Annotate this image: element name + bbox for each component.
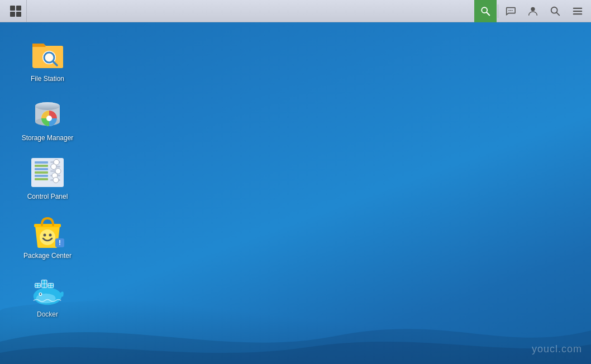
control-panel-image [30,155,65,190]
svg-point-6 [508,9,509,11]
search-green-icon [480,6,490,16]
desktop-wave [0,308,591,364]
svg-rect-25 [35,161,48,164]
svg-point-50 [40,294,41,295]
desktop: File Station [0,22,591,364]
svg-rect-3 [16,12,21,17]
svg-rect-12 [573,7,582,8]
taskbar-left [0,0,27,22]
storage-manager-svg [31,97,64,131]
taskbar [0,0,591,22]
package-center-image: ! [30,214,65,250]
svg-rect-26 [35,165,48,167]
svg-rect-28 [35,171,48,174]
package-center-svg: ! [31,214,64,250]
watermark-text: youcl.com [532,343,582,355]
svg-line-5 [487,12,489,15]
package-center-label: Package Center [23,252,72,261]
package-center-icon[interactable]: ! Package Center [11,210,84,264]
docker-icon[interactable]: Docker [11,269,84,323]
docker-svg [30,274,65,306]
svg-text:!: ! [59,239,61,247]
svg-point-7 [510,9,511,11]
svg-rect-1 [16,6,21,11]
watermark: youcl.com [532,343,582,355]
control-panel-icon[interactable]: Control Panel [11,151,84,205]
svg-point-42 [40,229,55,245]
control-panel-svg [30,156,65,189]
storage-manager-label: Storage Manager [22,134,74,143]
storage-manager-image [30,96,65,132]
storage-manager-icon[interactable]: Storage Manager [11,93,84,146]
svg-rect-0 [10,6,15,11]
svg-rect-27 [35,168,48,170]
taskbar-find-button[interactable] [544,0,566,22]
taskbar-separator [498,4,498,18]
svg-rect-41 [34,224,61,227]
svg-point-37 [51,164,56,170]
desktop-icons: File Station [11,33,84,323]
svg-point-23 [46,116,52,121]
file-station-icon[interactable]: File Station [11,33,84,87]
control-panel-label: Control Panel [27,193,68,202]
docker-label: Docker [37,310,58,319]
file-station-image [30,37,65,73]
taskbar-chat-button[interactable] [499,0,522,22]
docker-image [30,272,65,308]
svg-rect-13 [573,10,582,11]
svg-rect-2 [10,12,15,17]
grid-icon [9,5,22,17]
taskbar-user-button[interactable] [522,0,544,22]
user-icon [527,6,538,17]
svg-point-40 [53,178,59,183]
svg-point-9 [531,7,535,11]
svg-point-21 [35,102,60,110]
apps-grid-button[interactable] [4,0,27,22]
svg-rect-14 [573,13,582,15]
svg-point-44 [49,233,52,236]
file-station-label: File Station [31,75,64,84]
svg-point-8 [512,9,513,11]
taskbar-menu-button[interactable] [566,0,589,22]
svg-rect-30 [35,178,48,180]
svg-rect-29 [35,175,48,177]
svg-line-11 [556,12,559,15]
menu-icon [572,6,583,17]
chat-icon [505,6,516,17]
svg-point-43 [44,233,46,236]
magnify-icon [550,6,561,17]
taskbar-search-green-button[interactable] [474,0,497,22]
file-station-svg [31,40,64,69]
taskbar-right [474,0,591,22]
